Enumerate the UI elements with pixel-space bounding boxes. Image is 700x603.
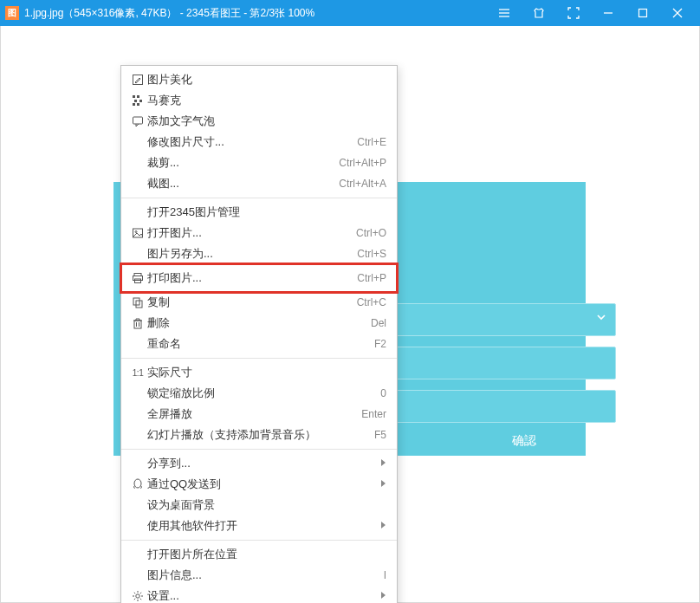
menu-accelerator: Ctrl+Alt+P xyxy=(339,157,386,169)
menu-item[interactable]: 裁剪...Ctrl+Alt+P xyxy=(121,152,397,173)
svg-rect-12 xyxy=(133,103,135,106)
window-title: 1.jpg.jpg（545×316像素, 47KB） - 2345看图王 - 第… xyxy=(24,6,314,21)
menu-item[interactable]: 使用其他软件打开 xyxy=(121,515,397,536)
menu-item-label: 马赛克 xyxy=(147,93,386,108)
menu-item[interactable]: 设置... xyxy=(121,586,397,603)
menu-item-label: 全屏播放 xyxy=(147,406,353,422)
titlebar: 图 1.jpg.jpg（545×316像素, 47KB） - 2345看图王 -… xyxy=(0,0,700,26)
menu-item-label: 打印图片... xyxy=(147,270,348,286)
menu-item-label: 修改图片尺寸... xyxy=(147,134,348,150)
menu-item[interactable]: 通过QQ发送到 xyxy=(121,474,397,495)
menu-item-label: 通过QQ发送到 xyxy=(147,477,371,492)
menu-accelerator: Ctrl+O xyxy=(356,227,386,239)
menu-item-label: 图片信息... xyxy=(147,567,375,583)
menu-item[interactable]: 删除Del xyxy=(121,313,397,334)
menu-item-label: 打开图片所在位置 xyxy=(147,547,386,562)
menu-item[interactable]: 打开2345图片管理 xyxy=(121,202,397,223)
chevron-right-icon xyxy=(379,478,386,490)
bubble-icon xyxy=(128,115,147,127)
copy-icon xyxy=(128,296,147,308)
edit-icon xyxy=(128,74,147,86)
minimize-icon[interactable] xyxy=(591,0,625,26)
svg-point-27 xyxy=(134,479,141,488)
menu-separator xyxy=(121,198,397,198)
svg-rect-13 xyxy=(137,103,139,106)
menu-item[interactable]: 分享到... xyxy=(121,453,397,474)
menu-accelerator: I xyxy=(384,569,386,581)
content-area: 确認 图片美化马赛克添加文字气泡修改图片尺寸...Ctrl+E裁剪...Ctrl… xyxy=(0,26,700,603)
menu-separator xyxy=(121,449,397,450)
menu-item-label: 打开2345图片管理 xyxy=(147,204,386,220)
menu-item-label: 使用其他软件打开 xyxy=(147,518,371,534)
menu-item-label: 添加文字气泡 xyxy=(147,113,386,129)
mosaic-icon xyxy=(128,94,147,107)
menu-item[interactable]: 打印图片...Ctrl+P xyxy=(121,264,397,292)
menu-item[interactable]: 锁定缩放比例0 xyxy=(121,383,397,404)
menu-item-label: 分享到... xyxy=(147,456,371,471)
menu-item[interactable]: 马赛克 xyxy=(121,90,397,111)
close-icon[interactable] xyxy=(660,0,695,26)
svg-marker-28 xyxy=(381,480,386,487)
menu-accelerator: Ctrl+Alt+A xyxy=(339,178,386,190)
image-icon xyxy=(128,227,147,239)
chevron-down-icon xyxy=(595,311,607,326)
menu-accelerator: 0 xyxy=(380,387,386,399)
skin-icon[interactable] xyxy=(522,0,556,26)
chevron-right-icon xyxy=(379,520,386,532)
menu-accelerator: Enter xyxy=(361,408,386,420)
svg-rect-4 xyxy=(639,10,647,17)
menu-accelerator: Ctrl+S xyxy=(357,248,386,260)
svg-rect-9 xyxy=(137,95,139,98)
svg-point-16 xyxy=(135,231,137,233)
menu-item-label: 打开图片... xyxy=(147,225,347,241)
menu-separator xyxy=(121,540,397,541)
menu-item-label: 图片美化 xyxy=(147,72,386,88)
menu-item[interactable]: 设为桌面背景 xyxy=(121,495,397,515)
menu-item[interactable]: 修改图片尺寸...Ctrl+E xyxy=(121,132,397,152)
menu-item[interactable]: 打开图片所在位置 xyxy=(121,544,397,565)
menu-item-label: 幻灯片播放（支持添加背景音乐） xyxy=(147,427,366,443)
qq-icon xyxy=(128,478,147,490)
menu-item-label: 设为桌面背景 xyxy=(147,497,386,513)
svg-point-30 xyxy=(136,594,139,598)
menu-item-label: 删除 xyxy=(147,315,362,331)
svg-rect-11 xyxy=(139,100,142,102)
menu-item[interactable]: 打开图片...Ctrl+O xyxy=(121,223,397,243)
menu-item-label: 裁剪... xyxy=(147,155,330,171)
trash-icon xyxy=(128,317,147,329)
menu-accelerator: Ctrl+E xyxy=(357,136,386,148)
fullscreen-icon[interactable] xyxy=(556,0,591,26)
menu-accelerator: Ctrl+C xyxy=(357,296,386,308)
one-one-icon: 1:1 xyxy=(128,368,147,378)
menu-item[interactable]: 图片另存为...Ctrl+S xyxy=(121,243,397,264)
svg-marker-29 xyxy=(381,522,386,528)
menu-item[interactable]: 复制Ctrl+C xyxy=(121,292,397,313)
menu-item[interactable]: 重命名F2 xyxy=(121,334,397,354)
menu-accelerator: Del xyxy=(371,317,386,329)
menu-accelerator: F5 xyxy=(374,429,386,441)
chevron-right-icon xyxy=(379,457,386,470)
menu-accelerator: Ctrl+P xyxy=(357,272,386,284)
app-icon: 图 xyxy=(5,6,19,20)
menu-item[interactable]: 添加文字气泡 xyxy=(121,111,397,132)
menu-icon[interactable] xyxy=(487,0,522,26)
gear-icon xyxy=(128,590,147,602)
svg-rect-8 xyxy=(133,95,135,98)
context-menu: 图片美化马赛克添加文字气泡修改图片尺寸...Ctrl+E裁剪...Ctrl+Al… xyxy=(120,65,398,603)
maximize-icon[interactable] xyxy=(625,0,660,26)
confirm-button-label: 确認 xyxy=(512,433,536,449)
menu-accelerator: F2 xyxy=(374,338,386,350)
chevron-right-icon xyxy=(379,590,386,602)
menu-item[interactable]: 1:1实际尺寸 xyxy=(121,362,397,383)
svg-rect-22 xyxy=(134,321,141,328)
menu-item[interactable]: 幻灯片播放（支持添加背景音乐）F5 xyxy=(121,425,397,445)
menu-item[interactable]: 图片信息...I xyxy=(121,565,397,586)
svg-rect-14 xyxy=(133,117,143,124)
menu-separator xyxy=(121,358,397,359)
menu-item-label: 图片另存为... xyxy=(147,246,348,262)
menu-item-label: 实际尺寸 xyxy=(147,365,386,380)
menu-item[interactable]: 截图...Ctrl+Alt+A xyxy=(121,173,397,194)
svg-marker-26 xyxy=(381,459,386,466)
menu-item[interactable]: 全屏播放Enter xyxy=(121,404,397,425)
menu-item[interactable]: 图片美化 xyxy=(121,69,397,90)
